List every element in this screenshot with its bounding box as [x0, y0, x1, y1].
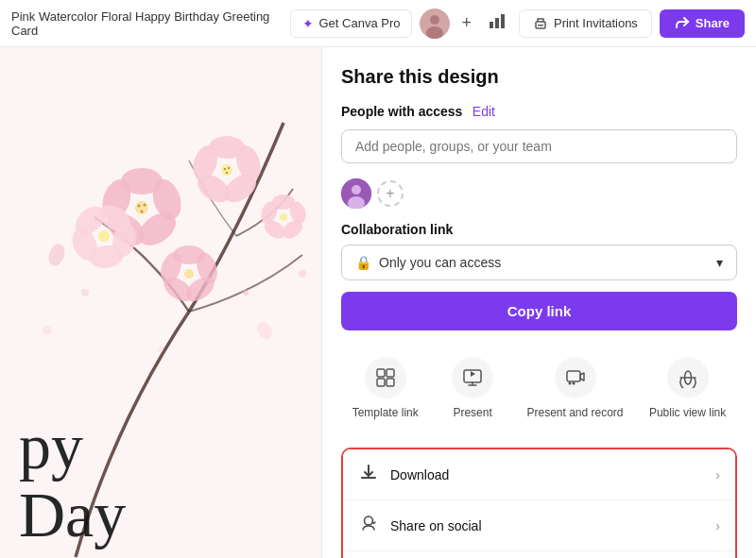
- svg-rect-60: [567, 371, 580, 381]
- print-invitations-button[interactable]: Print Invitations: [519, 9, 652, 38]
- svg-point-15: [144, 204, 146, 207]
- svg-point-25: [224, 168, 226, 170]
- present-record-label: Present and record: [526, 406, 623, 419]
- svg-point-44: [280, 213, 287, 221]
- analytics-icon[interactable]: [483, 10, 511, 36]
- add-icon[interactable]: +: [457, 13, 475, 33]
- download-chevron: ›: [715, 467, 720, 482]
- chevron-down-icon: ▾: [716, 255, 723, 270]
- svg-point-47: [81, 289, 89, 296]
- copy-link-button[interactable]: Copy link: [341, 292, 737, 330]
- share-social-action[interactable]: Share on social ›: [343, 500, 735, 551]
- template-link-label: Template link: [352, 406, 419, 419]
- current-user-avatar: [341, 178, 371, 209]
- present-option[interactable]: Present: [435, 347, 510, 429]
- lock-icon: 🔒: [355, 255, 371, 270]
- avatar-row: +: [341, 178, 737, 209]
- svg-rect-5: [501, 14, 505, 28]
- svg-point-53: [352, 185, 361, 194]
- svg-point-26: [226, 172, 228, 174]
- birthday-text: pyDay: [19, 414, 126, 549]
- svg-point-24: [228, 167, 230, 169]
- people-search-input[interactable]: [341, 129, 737, 163]
- svg-point-61: [568, 382, 571, 385]
- share-social-icon: [358, 514, 379, 537]
- svg-point-51: [299, 270, 306, 278]
- svg-point-32: [184, 269, 194, 279]
- canvas-area: 🔒 ⧉ ＋: [0, 47, 321, 558]
- svg-point-62: [572, 382, 575, 385]
- svg-rect-7: [538, 25, 543, 26]
- access-option-label: Only you can access: [379, 255, 501, 270]
- present-icon: [452, 357, 493, 398]
- svg-point-16: [138, 205, 141, 208]
- add-person-button[interactable]: +: [377, 180, 404, 207]
- svg-rect-3: [490, 22, 493, 28]
- document-title: Pink Watercolor Floral Happy Birthday Gr…: [11, 9, 283, 38]
- svg-rect-58: [387, 379, 394, 386]
- svg-rect-57: [377, 379, 385, 386]
- access-dropdown-left: 🔒 Only you can access: [355, 255, 501, 270]
- svg-point-1: [430, 15, 439, 25]
- share-options-grid: Template link Present Present and record…: [341, 347, 737, 429]
- template-link-option[interactable]: Template link: [343, 347, 428, 429]
- svg-point-48: [243, 290, 249, 296]
- share-panel: Share this design People with access Edi…: [321, 47, 756, 558]
- present-record-option[interactable]: Present and record: [517, 347, 632, 429]
- topbar: Pink Watercolor Floral Happy Birthday Gr…: [0, 0, 756, 47]
- svg-point-50: [43, 326, 52, 335]
- download-label: Download: [390, 467, 715, 482]
- download-icon: [358, 463, 379, 486]
- get-canva-pro-button[interactable]: ✦ Get Canva Pro: [290, 9, 412, 38]
- svg-rect-56: [387, 369, 394, 377]
- people-with-access-row: People with access Edit: [341, 103, 737, 120]
- avatar[interactable]: [420, 8, 450, 39]
- share-social-chevron: ›: [715, 518, 720, 533]
- public-view-label: Public view link: [649, 406, 726, 419]
- present-label: Present: [453, 406, 491, 419]
- svg-point-49: [158, 347, 163, 352]
- share-button[interactable]: Share: [660, 9, 745, 38]
- canvas-background: pyDay: [0, 47, 321, 558]
- svg-rect-59: [464, 370, 481, 382]
- print-canva-action[interactable]: Print with Canva ›: [343, 551, 735, 558]
- template-link-icon: [365, 357, 406, 398]
- access-dropdown[interactable]: 🔒 Only you can access ▾: [341, 245, 737, 280]
- svg-rect-55: [377, 369, 385, 377]
- share-panel-title: Share this design: [341, 66, 737, 88]
- svg-point-38: [98, 230, 110, 242]
- collab-label: Collaboration link: [341, 222, 737, 237]
- download-action[interactable]: Download ›: [343, 449, 735, 500]
- public-view-icon: [667, 357, 709, 398]
- share-social-label: Share on social: [390, 518, 715, 533]
- svg-point-17: [141, 211, 144, 213]
- public-view-option[interactable]: Public view link: [640, 347, 735, 429]
- present-record-icon: [555, 357, 596, 398]
- edit-link[interactable]: Edit: [472, 104, 495, 119]
- action-list: Download › Share on social › Print with …: [341, 448, 737, 558]
- people-label: People with access: [341, 104, 462, 119]
- canva-pro-icon: ✦: [302, 16, 314, 31]
- svg-rect-4: [495, 18, 499, 28]
